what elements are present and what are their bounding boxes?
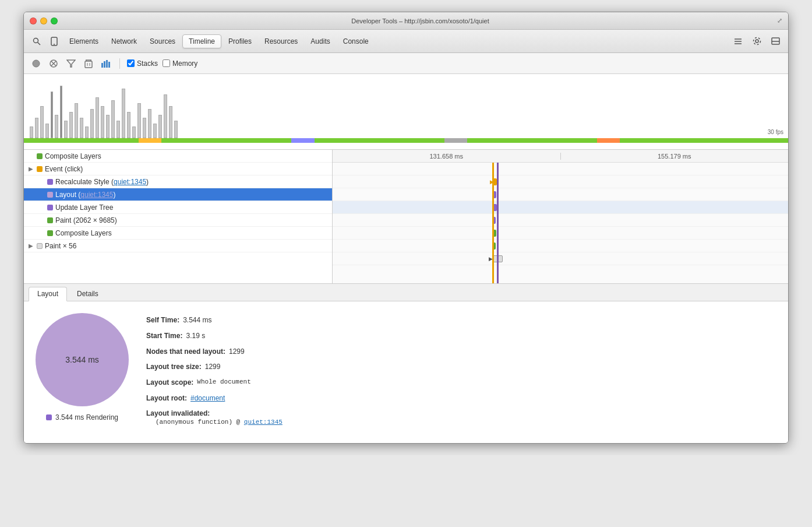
color-dot: [37, 153, 43, 159]
tab-details[interactable]: Details: [68, 287, 107, 301]
memory-label: Memory: [172, 59, 197, 68]
chart-bar: [75, 103, 78, 138]
tab-network[interactable]: Network: [105, 35, 143, 48]
timeline-header: 131.658 ms 155.179 ms: [333, 150, 788, 163]
svg-point-3: [54, 44, 55, 45]
stacks-label: Stacks: [137, 59, 158, 68]
tree-row-update-layer[interactable]: Update Layer Tree: [24, 201, 332, 214]
trash-button[interactable]: [82, 57, 95, 70]
clear-button[interactable]: [47, 57, 60, 70]
info-label-root: Layout root:: [146, 394, 187, 403]
expand-arrow: [39, 230, 45, 236]
dock-button[interactable]: [767, 33, 783, 50]
chart-bar: [132, 127, 136, 138]
tab-resources[interactable]: Resources: [259, 35, 303, 48]
chart-bar: [153, 124, 157, 138]
color-dot: [47, 230, 53, 236]
info-row-scope: Layout scope: Whole document: [146, 378, 776, 388]
settings-button[interactable]: [749, 33, 765, 50]
timeline-row-6: [333, 240, 788, 252]
svg-line-1: [38, 42, 41, 45]
tab-layout[interactable]: Layout: [29, 287, 67, 301]
tab-elements[interactable]: Elements: [63, 35, 104, 48]
tab-timeline[interactable]: Timeline: [182, 34, 221, 48]
chart-type-button[interactable]: [100, 57, 112, 70]
row-label: Event (click): [45, 165, 83, 173]
info-row-tree-size: Layout tree size: 1299: [146, 362, 776, 372]
expand-arrow: [39, 191, 45, 198]
timeline-chart-area[interactable]: 30 fps: [24, 74, 788, 150]
memory-checkbox[interactable]: [163, 59, 170, 67]
link-quiet1345[interactable]: quiet:1345: [114, 178, 146, 186]
chart-bar: [90, 109, 94, 138]
tree-row-paint[interactable]: Paint (2062 × 9685): [24, 214, 332, 227]
stacks-checkbox[interactable]: [127, 59, 135, 67]
svg-rect-23: [104, 61, 105, 68]
tab-profiles[interactable]: Profiles: [223, 35, 257, 48]
expand-arrow[interactable]: ▶: [29, 243, 34, 249]
chart-bar: [127, 112, 130, 138]
tree-row-event-click[interactable]: ▶ Event (click): [24, 163, 332, 175]
stacks-checkbox-label[interactable]: Stacks: [127, 59, 158, 68]
details-panel: 3.544 ms 3.544 ms Rendering Self Time: 3…: [24, 301, 788, 443]
timeline-row-3: [333, 201, 788, 214]
chart-bars: [24, 74, 788, 138]
tree-row-composite-2[interactable]: Composite Layers: [24, 227, 332, 240]
tree-row-layout[interactable]: Layout (quiet:1345): [24, 188, 332, 201]
info-block-invalidated: Layout invalidated: (anonymous function)…: [146, 409, 776, 426]
info-row-nodes: Nodes that need layout: 1299: [146, 347, 776, 357]
toolbar-separator-1: [119, 58, 120, 69]
info-label-scope: Layout scope:: [146, 378, 193, 388]
expand-arrow: [39, 204, 45, 210]
device-button[interactable]: [46, 33, 62, 50]
row-label: Recalculate Style (quiet:1345): [55, 178, 149, 186]
color-dot: [47, 205, 53, 210]
row-label: Paint × 56: [45, 242, 76, 250]
filter-button[interactable]: [65, 57, 77, 70]
info-row-self-time: Self Time: 3.544 ms: [146, 315, 776, 325]
expand-icon[interactable]: ⤢: [777, 17, 782, 24]
info-row-root: Layout root: #document: [146, 394, 776, 403]
row-label: Paint (2062 × 9685): [55, 216, 117, 224]
chart-bar: [169, 106, 172, 138]
color-dot: [47, 192, 53, 198]
chart-bar: [106, 115, 110, 138]
timeline-row-1: ▶: [333, 175, 788, 188]
svg-point-8: [753, 38, 760, 45]
title-bar: Developer Tools – http://jsbin.com/xosot…: [24, 12, 788, 30]
tree-row-recalculate[interactable]: Recalculate Style (quiet:1345): [24, 175, 332, 188]
invalidated-link[interactable]: quiet:1345: [244, 419, 283, 426]
color-dot: [37, 166, 43, 172]
info-label-invalidated: Layout invalidated:: [146, 409, 776, 417]
svg-point-11: [33, 60, 40, 67]
search-button[interactable]: [29, 33, 45, 50]
record-button[interactable]: [30, 57, 43, 70]
expand-arrow: [39, 178, 45, 185]
timeline-row-2: [333, 188, 788, 201]
info-sub-invalidated: (anonymous function) @ quiet:1345: [146, 419, 776, 426]
legend-label: 3.544 ms Rendering: [55, 413, 118, 421]
info-section: Self Time: 3.544 ms Start Time: 3.19 s N…: [146, 313, 776, 431]
timeline-row-5: [333, 227, 788, 240]
info-value-root[interactable]: #document: [190, 394, 225, 403]
svg-point-7: [755, 40, 758, 43]
console-drawer-button[interactable]: [730, 33, 746, 50]
minimize-button[interactable]: [40, 17, 47, 24]
tab-sources[interactable]: Sources: [144, 35, 181, 48]
tab-console[interactable]: Console: [337, 35, 375, 48]
orange-time-marker: [492, 163, 494, 283]
chart-bar: [85, 127, 89, 138]
tree-row-composite-1[interactable]: Composite Layers: [24, 150, 332, 163]
info-label-start-time: Start Time:: [146, 331, 182, 341]
timeline-panel: 131.658 ms 155.179 ms ▶: [333, 150, 788, 283]
tree-row-paint56[interactable]: ▶ Paint × 56: [24, 240, 332, 252]
invalidated-func: (anonymous function) @: [156, 419, 244, 426]
row-label: Layout (quiet:1345): [55, 191, 115, 199]
tab-audits[interactable]: Audits: [305, 35, 336, 48]
chart-bar: [137, 103, 141, 138]
link-quiet1345-layout[interactable]: quiet:1345: [80, 191, 113, 199]
maximize-button[interactable]: [51, 17, 58, 24]
expand-arrow[interactable]: ▶: [29, 166, 34, 172]
memory-checkbox-label[interactable]: Memory: [163, 59, 197, 68]
close-button[interactable]: [30, 17, 37, 24]
